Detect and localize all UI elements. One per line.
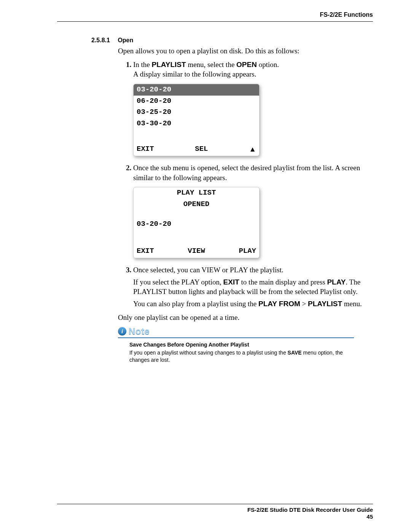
lcd-display-2: PLAY LIST OPENED 03-20-20 EXIT VIEW PLAY: [133, 187, 260, 258]
step1-text-c: option.: [257, 61, 279, 69]
step3-p3a: You can also play from a playlist using …: [133, 300, 258, 308]
step1-bold-open: OPEN: [236, 61, 257, 69]
lcd2-btn-play: PLAY: [239, 246, 256, 256]
note-word: Note: [129, 326, 150, 337]
section-title: Open: [118, 37, 133, 43]
lcd2-btn-exit: EXIT: [137, 246, 154, 256]
step3-p3b: menu.: [342, 300, 362, 308]
step3-bold-playlist: PLAYLIST: [308, 300, 342, 308]
step3-p2a: If you select the PLAY option,: [133, 278, 223, 286]
lcd1-btn-exit: EXIT: [137, 144, 154, 154]
lcd2-title2: OPENED: [134, 199, 259, 210]
lcd2-btn-view: VIEW: [188, 246, 205, 256]
step-2: Once the sub menu is opened, select the …: [133, 163, 373, 258]
footer-page-number: 45: [57, 513, 373, 521]
lcd2-spacer: [134, 210, 259, 219]
note-tag: i Note: [118, 326, 150, 337]
closing-text: Only one playlist can be opened at a tim…: [118, 313, 373, 323]
footer-text: FS-2/2E Studio DTE Disk Recorder User Gu…: [57, 506, 373, 521]
step1-bold-playlist: PLAYLIST: [152, 61, 186, 69]
lcd2-spacer2: [134, 230, 259, 245]
section-number: 2.5.8.1: [91, 37, 110, 43]
note-title: Save Changes Before Opening Another Play…: [129, 341, 354, 348]
steps-list: In the PLAYLIST menu, select the OPEN op…: [118, 60, 373, 309]
intro-text: Open allows you to open a playlist on di…: [118, 46, 373, 56]
section-heading: 2.5.8.1 Open: [91, 37, 373, 44]
header-section: FS-2/2E Functions: [57, 11, 373, 18]
lcd1-spacer: [134, 129, 259, 143]
lcd1-row: 06-20-20: [134, 96, 259, 107]
lcd1-up-icon: ▲: [249, 144, 256, 154]
lcd1-row: 03-25-20: [134, 107, 259, 118]
note-text: If you open a playlist without saving ch…: [129, 349, 354, 364]
step3-bold-playfrom: PLAY FROM: [258, 300, 300, 308]
note-block: i Note Save Changes Before Opening Anoth…: [118, 326, 354, 364]
lcd1-row: 03-30-20: [134, 118, 259, 129]
step1-text-a: In the: [133, 61, 152, 69]
lcd-display-1: 03-20-20 06-20-20 03-25-20 03-30-20 EXIT…: [133, 84, 260, 156]
footer-guide-title: FS-2/2E Studio DTE Disk Recorder User Gu…: [57, 506, 373, 514]
step3-p1: Once selected, you can VIEW or PLAY the …: [133, 265, 373, 275]
note-rule: [118, 337, 354, 338]
step3-p2: If you select the PLAY option, EXIT to t…: [133, 277, 373, 297]
note-body: Save Changes Before Opening Another Play…: [129, 341, 354, 364]
lcd1-buttons: EXIT SEL ▲: [134, 143, 259, 156]
lcd1-row-selected: 03-20-20: [134, 84, 259, 96]
step2-text: Once the sub menu is opened, select the …: [133, 164, 360, 182]
lcd2-buttons: EXIT VIEW PLAY: [134, 245, 259, 258]
note-text-a: If you open a playlist without saving ch…: [129, 350, 288, 356]
lcd2-title1: PLAY LIST: [134, 187, 259, 199]
lcd2-name: 03-20-20: [134, 219, 259, 230]
step1-text-b: menu, select the: [186, 61, 236, 69]
step3-bold-play: PLAY: [327, 278, 346, 286]
lcd1-btn-sel: SEL: [195, 144, 208, 154]
header-rule: [57, 21, 373, 22]
step3-p3: You can also play from a playlist using …: [133, 299, 373, 309]
step3-bold-exit: EXIT: [223, 278, 239, 286]
footer: FS-2/2E Studio DTE Disk Recorder User Gu…: [57, 504, 373, 521]
note-bold-save: SAVE: [288, 350, 302, 356]
step1-line2: A display similar to the following appea…: [133, 70, 256, 78]
step3-p2b: to the main display and press: [239, 278, 327, 286]
step-1: In the PLAYLIST menu, select the OPEN op…: [133, 60, 373, 156]
step3-gt: >: [300, 300, 308, 308]
step-3: Once selected, you can VIEW or PLAY the …: [133, 265, 373, 309]
info-icon: i: [118, 327, 126, 335]
footer-rule: [57, 504, 373, 504]
